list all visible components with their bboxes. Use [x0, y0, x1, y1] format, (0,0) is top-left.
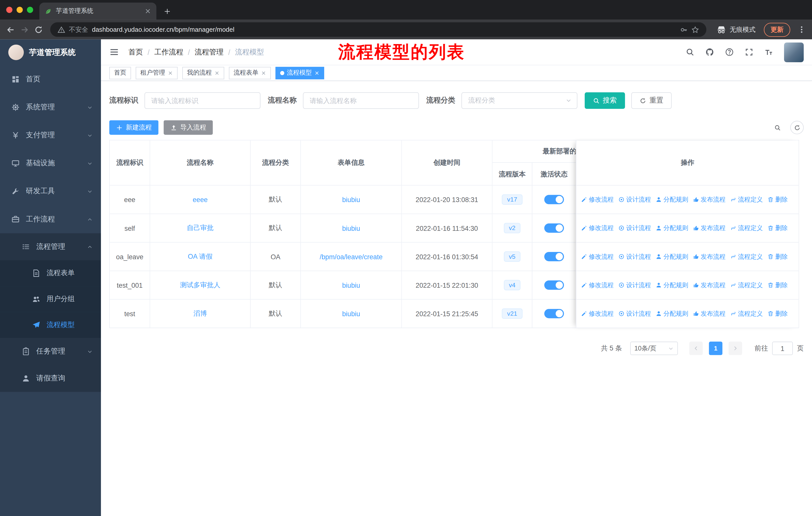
traffic-light-zoom[interactable] [27, 7, 33, 13]
action-delete-link[interactable]: 删除 [767, 309, 788, 318]
action-design-link[interactable]: 设计流程 [618, 195, 651, 204]
action-delete-link[interactable]: 删除 [767, 195, 788, 204]
process-name-input[interactable] [303, 92, 419, 109]
action-assign-rule-link[interactable]: 分配规则 [656, 224, 689, 233]
fullscreen-icon[interactable] [745, 48, 754, 56]
active-switch[interactable] [544, 280, 564, 290]
sidebar-item-devtools[interactable]: 研发工具 [0, 178, 101, 205]
user-avatar[interactable] [784, 42, 804, 62]
sidebar-item-process-management[interactable]: 流程管理 [0, 233, 101, 260]
breadcrumb-item[interactable]: 工作流程 [154, 47, 183, 57]
form-link[interactable]: biubiu [342, 196, 360, 203]
action-design-link[interactable]: 设计流程 [618, 309, 651, 318]
search-icon[interactable] [686, 48, 694, 56]
action-assign-rule-link[interactable]: 分配规则 [656, 195, 689, 204]
tag-close-icon[interactable] [261, 70, 266, 76]
process-name-link[interactable]: 测试多审批人 [180, 280, 220, 290]
next-page-button[interactable] [729, 342, 742, 355]
action-publish-link[interactable]: 发布流程 [693, 195, 726, 204]
action-modify-link[interactable]: 修改流程 [581, 309, 614, 318]
process-name-link[interactable]: 自己审批 [187, 223, 214, 233]
traffic-light-minimize[interactable] [17, 7, 23, 13]
update-button[interactable]: 更新 [764, 22, 790, 36]
action-delete-link[interactable]: 删除 [767, 281, 788, 290]
action-assign-rule-link[interactable]: 分配规则 [656, 281, 689, 290]
process-name-link[interactable]: eeee [193, 196, 208, 203]
form-link[interactable]: biubiu [342, 224, 360, 232]
action-definition-link[interactable]: 流程定义 [730, 309, 763, 318]
help-icon[interactable] [725, 48, 734, 56]
page-size-select[interactable]: 10条/页 [630, 342, 678, 355]
action-assign-rule-link[interactable]: 分配规则 [656, 309, 689, 318]
sidebar-item-system[interactable]: 系统管理 [0, 93, 101, 121]
active-switch[interactable] [544, 252, 564, 261]
goto-page-input[interactable] [772, 342, 793, 355]
font-size-icon[interactable] [764, 48, 773, 56]
tag-流程模型[interactable]: 流程模型 [276, 66, 324, 79]
toggle-search-button[interactable] [771, 121, 784, 134]
breadcrumb-item[interactable]: 流程管理 [195, 47, 224, 57]
tag-首页[interactable]: 首页 [109, 66, 131, 79]
form-link[interactable]: /bpm/oa/leave/create [320, 253, 383, 261]
active-switch[interactable] [544, 223, 564, 233]
action-publish-link[interactable]: 发布流程 [693, 309, 726, 318]
action-definition-link[interactable]: 流程定义 [730, 252, 763, 261]
tag-close-icon[interactable] [168, 70, 173, 76]
action-modify-link[interactable]: 修改流程 [581, 281, 614, 290]
new-tab-button[interactable] [164, 8, 171, 15]
sidebar-item-infrastructure[interactable]: 基础设施 [0, 150, 101, 178]
process-name-link[interactable]: OA 请假 [188, 252, 212, 261]
action-definition-link[interactable]: 流程定义 [730, 224, 763, 233]
sidebar-item-leave-query[interactable]: 请假查询 [0, 365, 101, 392]
active-switch[interactable] [544, 195, 564, 204]
action-modify-link[interactable]: 修改流程 [581, 252, 614, 261]
prev-page-button[interactable] [689, 342, 702, 355]
action-definition-link[interactable]: 流程定义 [730, 195, 763, 204]
action-design-link[interactable]: 设计流程 [618, 252, 651, 261]
category-select[interactable]: 流程分类 [461, 92, 577, 109]
action-assign-rule-link[interactable]: 分配规则 [656, 252, 689, 261]
sidebar-item-payment[interactable]: 支付管理 [0, 121, 101, 149]
back-button[interactable] [6, 25, 15, 34]
address-bar[interactable]: 不安全 dashboard.yudao.iocoder.cn/bpm/manag… [50, 22, 706, 37]
refresh-table-button[interactable] [790, 121, 804, 134]
hamburger-icon[interactable] [109, 47, 119, 57]
search-button[interactable]: 搜索 [585, 92, 625, 109]
action-design-link[interactable]: 设计流程 [618, 281, 651, 290]
tag-流程表单[interactable]: 流程表单 [229, 66, 271, 79]
sidebar-item-task-management[interactable]: 任务管理 [0, 338, 101, 365]
bookmark-star-icon[interactable] [691, 26, 699, 33]
process-name-link[interactable]: 滔博 [193, 309, 207, 318]
active-switch[interactable] [544, 309, 564, 318]
page-1-button[interactable]: 1 [709, 342, 722, 355]
reset-button[interactable]: 重置 [631, 92, 671, 109]
action-publish-link[interactable]: 发布流程 [693, 224, 726, 233]
action-definition-link[interactable]: 流程定义 [730, 281, 763, 290]
browser-menu-button[interactable] [798, 25, 806, 34]
tag-close-icon[interactable] [214, 70, 220, 76]
form-link[interactable]: biubiu [342, 310, 360, 318]
tag-我的流程[interactable]: 我的流程 [182, 66, 224, 79]
tab-close-icon[interactable] [144, 8, 151, 15]
process-key-input[interactable] [144, 92, 261, 109]
tag-租户管理[interactable]: 租户管理 [136, 66, 178, 79]
sidebar-item-home[interactable]: 首页 [0, 65, 101, 93]
security-warning-icon[interactable] [57, 26, 65, 33]
breadcrumb-item[interactable]: 首页 [128, 47, 143, 57]
key-icon[interactable] [680, 26, 688, 33]
create-process-button[interactable]: 新建流程 [109, 120, 158, 135]
action-modify-link[interactable]: 修改流程 [581, 195, 614, 204]
action-design-link[interactable]: 设计流程 [618, 224, 651, 233]
form-link[interactable]: biubiu [342, 281, 360, 289]
browser-tab[interactable]: 芋道管理系统 [39, 2, 156, 20]
sidebar-item-user-group[interactable]: 用户分组 [0, 286, 101, 312]
action-modify-link[interactable]: 修改流程 [581, 224, 614, 233]
action-delete-link[interactable]: 删除 [767, 252, 788, 261]
github-icon[interactable] [705, 48, 714, 56]
forward-button[interactable] [20, 25, 29, 34]
action-publish-link[interactable]: 发布流程 [693, 281, 726, 290]
action-delete-link[interactable]: 删除 [767, 224, 788, 233]
tag-close-icon[interactable] [314, 70, 320, 76]
sidebar-item-workflow[interactable]: 工作流程 [0, 205, 101, 233]
traffic-light-close[interactable] [6, 7, 12, 13]
